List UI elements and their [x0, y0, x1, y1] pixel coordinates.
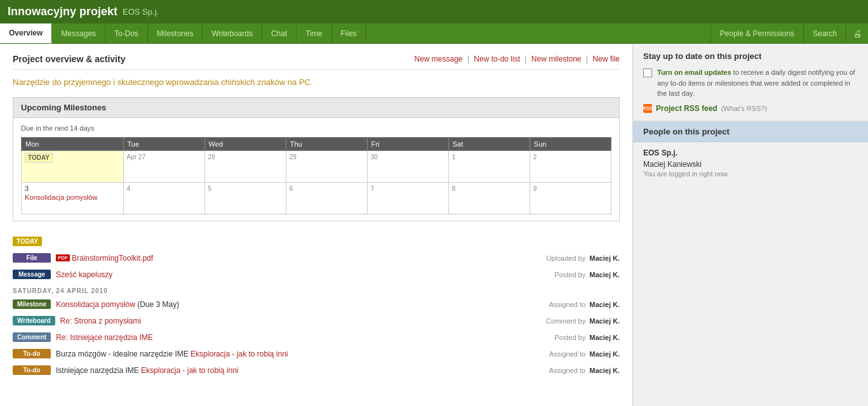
konsolidacja-link[interactable]: Konsolidacja pomysłów [56, 300, 135, 309]
nav-bar: Overview Messages To-Dos Milestones Writ… [0, 23, 868, 44]
eksploracja-2-link[interactable]: Eksploracja - jak to robią inni [141, 366, 238, 375]
nav-right: People & Permissions Search 🖨 [711, 24, 868, 43]
stay-updated-title: Stay up to date on this project [643, 51, 858, 61]
cal-thu-1: 29 [286, 151, 367, 183]
email-update-text: Turn on email updates to receive a daily… [657, 67, 858, 99]
people-permissions-button[interactable]: People & Permissions [711, 24, 803, 43]
people-name: Maciej Kaniewski [643, 160, 858, 169]
milestone-badge: Milestone [13, 299, 51, 309]
cal-sun-2: 9 [530, 183, 611, 214]
content-area: Project overview & activity New message … [0, 44, 633, 406]
writeboard-content: Re: Strona z pomysłami [60, 317, 546, 325]
todo-2-meta: Assigned to Maciej K. [549, 367, 620, 374]
people-status: You are logged in right now [643, 170, 858, 178]
sidebar: Stay up to date on this project Turn on … [633, 44, 868, 406]
brainstorming-link[interactable]: BrainstormingToolkit.pdf [72, 254, 153, 263]
stay-updated-section: Stay up to date on this project Turn on … [633, 44, 868, 121]
nav-files[interactable]: Files [332, 24, 366, 43]
today-badge: TODAY [25, 153, 53, 162]
milestone-konsolidacja-link[interactable]: Konsolidacja pomysłów [25, 193, 97, 201]
file-meta: Uploaded by Maciej K. [546, 254, 620, 262]
rss-whats-text: (What's RSS?) [721, 105, 767, 112]
saturday-date-header: SATURDAY, 24 APRIL 2010 [13, 287, 620, 294]
nav-milestones[interactable]: Milestones [148, 24, 203, 43]
activity-item-todo-2: To-do Istniejące narzędzia IME Eksplorac… [13, 363, 620, 377]
activity-item-comment: Comment Re: Istniejące narzędzia IME Pos… [13, 331, 620, 344]
comment-badge: Comment [13, 332, 51, 342]
milestones-body: Due in the next 14 days Mon Tue Wed Thu … [13, 118, 619, 221]
writeboard-badge: Writeboard [13, 316, 55, 325]
rss-row: RSS Project RSS feed (What's RSS?) [643, 104, 858, 113]
nav-overview[interactable]: Overview [0, 23, 52, 43]
nav-messages[interactable]: Messages [52, 24, 105, 43]
writeboard-meta: Comment by Maciej K. [546, 317, 620, 325]
people-section-header: People on this project [633, 121, 868, 142]
cal-sat-1: 1 [448, 151, 530, 183]
pdf-icon: PDF [56, 254, 70, 261]
message-meta: Posted by Maciej K. [554, 271, 620, 278]
todo-1-content: Burza mózgów - idealne narzędzie IME Eks… [56, 350, 549, 358]
todo-2-badge: To-do [13, 365, 51, 375]
file-badge: File [13, 253, 51, 263]
activity-item-milestone: Milestone Konsolidacja pomysłów (Due 3 M… [13, 298, 620, 311]
new-message-link[interactable]: New message [414, 55, 462, 63]
todo-2-content: Istniejące narzędzia IME Eksploracja - j… [56, 366, 549, 375]
comment-content: Re: Istniejące narzędzia IME [56, 333, 554, 342]
printer-icon[interactable]: 🖨 [846, 25, 868, 43]
istniejace-link[interactable]: Re: Istniejące narzędzia IME [56, 333, 153, 342]
cal-tue-1: Apr 27 [123, 151, 204, 183]
cal-sun-1: 2 [530, 151, 611, 183]
cal-tue-2: 4 [123, 183, 204, 214]
people-section-body: EOS Sp.j. Maciej Kaniewski You are logge… [633, 142, 868, 184]
email-update-box: Turn on email updates to receive a daily… [643, 67, 858, 99]
rss-icon: RSS [643, 104, 652, 113]
milestones-box: Upcoming Milestones Due in the next 14 d… [13, 97, 620, 221]
page-header: Project overview & activity New message … [13, 54, 620, 70]
new-file-link[interactable]: New file [592, 55, 620, 63]
cal-mon-2: 3 Konsolidacja pomysłów [22, 183, 124, 214]
cal-row-1: TODAY Apr 27 28 29 30 1 2 [22, 151, 611, 183]
today-section-tag: TODAY [13, 237, 42, 246]
cal-fri-1: 30 [367, 151, 448, 183]
cal-today-cell: TODAY [22, 151, 124, 183]
nav-todos[interactable]: To-Dos [105, 24, 148, 43]
milestone-meta: Assigned to Maciej K. [549, 301, 620, 308]
main-layout: Project overview & activity New message … [0, 44, 868, 406]
cal-header-tue: Tue [123, 138, 204, 151]
milestones-header: Upcoming Milestones [13, 98, 619, 118]
project-company: EOS Sp.j. [123, 7, 159, 16]
cal-header-sat: Sat [448, 138, 530, 151]
cal-fri-2: 7 [367, 183, 448, 214]
due-label: Due in the next 14 days [21, 124, 611, 132]
rss-feed-link[interactable]: Project RSS feed [656, 104, 718, 113]
new-milestone-link[interactable]: New milestone [531, 55, 582, 63]
cal-wed-2: 5 [204, 183, 286, 214]
milestone-content: Konsolidacja pomysłów (Due 3 May) [56, 300, 549, 309]
activity-item-message: Message Sześć kapeluszy Posted by Maciej… [13, 268, 620, 281]
todo-1-meta: Assigned to Maciej K. [549, 350, 620, 358]
new-todolist-link[interactable]: New to-do list [474, 55, 520, 63]
activity-feed: TODAY File PDF BrainstormingToolkit.pdf … [13, 234, 620, 377]
activity-item-file: File PDF BrainstormingToolkit.pdf Upload… [13, 251, 620, 265]
eksploracja-1-link[interactable]: Eksploracja - jak to robią inni [190, 350, 288, 358]
activity-item-writeboard: Writeboard Re: Strona z pomysłami Commen… [13, 314, 620, 327]
message-badge: Message [13, 270, 51, 279]
strona-z-pomyslami-link[interactable]: Re: Strona z pomysłami [60, 317, 141, 325]
calendar-grid: Mon Tue Wed Thu Fri Sat Sun TODAY [21, 137, 611, 214]
cal-row-2: 3 Konsolidacja pomysłów 4 5 6 7 8 9 [22, 183, 611, 214]
szesc-kapeluszy-link[interactable]: Sześć kapeluszy [56, 270, 112, 279]
file-content: BrainstormingToolkit.pdf [72, 254, 546, 263]
email-checkbox[interactable] [643, 69, 652, 77]
comment-meta: Posted by Maciej K. [554, 334, 620, 341]
nav-writeboards[interactable]: Writeboards [203, 24, 262, 43]
nav-time[interactable]: Time [297, 24, 331, 43]
cal-header-sun: Sun [530, 138, 611, 151]
project-title: Innowacyjny projekt [8, 5, 117, 18]
nav-chat[interactable]: Chat [262, 24, 297, 43]
top-bar: Innowacyjny projekt EOS Sp.j. [0, 0, 868, 23]
message-content: Sześć kapeluszy [56, 270, 554, 279]
search-button[interactable]: Search [803, 24, 846, 43]
cal-wed-1: 28 [204, 151, 286, 183]
turn-on-email-link[interactable]: Turn on email updates [657, 69, 731, 76]
header-links: New message | New to-do list | New miles… [414, 55, 620, 63]
